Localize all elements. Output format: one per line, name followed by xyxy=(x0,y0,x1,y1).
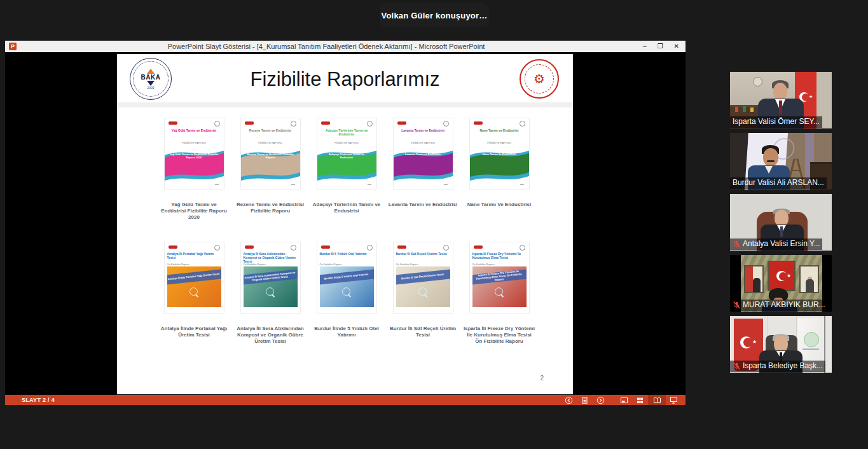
ministry-mini-logo xyxy=(474,121,483,125)
cover-photo-art: Antalya İli Sera Atıklarından Kompost ve… xyxy=(244,266,298,307)
report-cover: Burdur İli 5 Yıldızlı Otel Yatırımı Ön F… xyxy=(317,242,377,314)
report-item: Burdur İli 5 Yıldızlı Otel Yatırımı Ön F… xyxy=(308,242,385,345)
participant-video-isparta-belediye[interactable]: ★ Isparta Belediye Başk... xyxy=(730,316,832,373)
ministry-mini-logo xyxy=(245,245,254,249)
close-button[interactable]: ✕ xyxy=(674,41,679,52)
municipality-flag-text xyxy=(803,349,819,350)
flag-star-icon: ★ xyxy=(752,339,757,345)
emblem-mini-logo xyxy=(367,245,373,251)
cover-subtitle: Ön Fizibilite Raporu xyxy=(244,263,298,266)
ministry-mini-logo xyxy=(321,245,330,249)
magnifier-icon xyxy=(418,287,427,296)
municipality-emblem xyxy=(804,332,819,347)
participant-video-strip: ★ Isparta Valisi Ömer SEY... Burdur Vali… xyxy=(730,72,832,373)
slideshow-menu-button[interactable] xyxy=(577,395,593,405)
participant-video-burdur-valisi[interactable]: Burdur Valisi Ali ARSLAN... xyxy=(730,133,832,190)
slide-sorter-button[interactable] xyxy=(632,395,648,405)
report-caption: Isparta İli Freeze Dry Yöntemi İle Kurut… xyxy=(464,326,535,345)
shelf-object xyxy=(735,107,738,112)
participant-name-tag: Isparta Valisi Ömer SEY... xyxy=(730,116,822,128)
cover-title: Adaçayı Türlerinin Tarımı ve Endüstrisi xyxy=(320,128,374,136)
cover-banner: Burdur İlinde 5 Yıldızlı Otel Yatırımı xyxy=(320,269,374,285)
powerpoint-window: P PowerPoint Slayt Gösterisi - [4_Kurums… xyxy=(5,41,685,405)
person-face xyxy=(773,83,787,100)
report-cover: Nane Tarımı ve Endüstrisi FİZİBİLİTE RAP… xyxy=(469,118,530,190)
report-item: Rezene Tarımı ve Endüstrisi FİZİBİLİTE R… xyxy=(232,118,308,242)
slide[interactable]: BAKA 2009 Fizibilite Raporlarımız ⚙ Yağ … xyxy=(117,54,573,394)
view-switcher xyxy=(616,395,682,405)
participant-name-tag: Antalya Valisi Ersin Y... xyxy=(730,238,822,250)
cover-wave-text: Nane Tarımı Ve Endustirisi xyxy=(475,153,524,156)
cover-wave-art: Lavanta Tarımı ve Endüstrisi xyxy=(394,146,453,183)
person-tie xyxy=(779,100,782,114)
participant-name: MURAT AKBIYIK BUR... xyxy=(743,300,825,310)
cover-title: Yağ Gülü Tarımı ve Endüstrisi xyxy=(167,128,221,132)
window-controls: – ❐ ✕ xyxy=(643,41,679,52)
report-item: Antalya İli Portakal Yağı Üretim Tesisi … xyxy=(156,242,232,345)
speaking-banner: Volkan Güler konuşuyor… xyxy=(380,3,489,27)
participant-video-antalya-valisi[interactable]: Antalya Valisi Ersin Y... xyxy=(730,194,832,251)
cover-title: Isparta İli Freeze Dry Yöntemi İle Kurut… xyxy=(472,252,527,259)
cover-title: Burdur İli Süt Reçeli Üretim Tesisi xyxy=(396,252,450,256)
wall-clock xyxy=(753,77,762,86)
baka-logo: BAKA 2009 xyxy=(130,58,172,100)
report-item: Nane Tarımı ve Endüstrisi FİZİBİLİTE RAP… xyxy=(461,118,537,242)
emblem-mini-logo xyxy=(214,245,220,251)
speaking-banner-text: Volkan Güler konuşuyor… xyxy=(382,11,488,20)
reading-view-button[interactable] xyxy=(648,395,666,405)
report-caption: Burdur İli Süt Reçeli Üretim Tesisi xyxy=(387,326,458,338)
cover-title: Antalya İli Sera Atıklarından Kompost ve… xyxy=(244,252,298,263)
slideshow-view-button[interactable] xyxy=(666,395,682,405)
magnifier-icon xyxy=(495,287,503,296)
cover-logos xyxy=(397,121,449,126)
cover-footer-mark xyxy=(444,184,448,185)
muted-mic-icon xyxy=(733,301,741,309)
next-slide-button[interactable] xyxy=(593,395,609,405)
ministry-mini-logo xyxy=(397,121,406,125)
cover-banner: Antalya İlinde Portakal Yağı Üretim Tesi… xyxy=(167,269,221,285)
participant-name: Antalya Valisi Ersin Y... xyxy=(743,239,820,249)
participant-video-murat-akbiyik[interactable]: ★ MURAT AKBIYIK BUR... xyxy=(730,255,832,312)
ministry-mini-logo xyxy=(169,245,177,249)
cover-subtitle: FİZİBİLİTE RAPORU xyxy=(244,141,298,144)
prev-slide-button[interactable] xyxy=(561,395,577,405)
normal-view-button[interactable] xyxy=(616,395,632,405)
cover-banner-text: Burdur İli Süt Reçeli Üretim Tesisi xyxy=(399,273,446,281)
report-cover: Yağ Gülü Tarımı ve Endüstrisi FİZİBİLİTE… xyxy=(164,118,224,190)
cover-subtitle: Ön Fizibilite Raporu xyxy=(167,263,221,266)
magnifier-icon xyxy=(189,287,198,296)
report-caption: Adaçayı Türlerinin Tarımı ve Endustrisi xyxy=(311,202,382,214)
report-caption: Yağ Gülü Tarımı ve Endüstrisi Fizibilite… xyxy=(158,202,230,221)
ministry-mini-logo xyxy=(321,121,330,125)
cover-wave-art: Yağ Gülü Tarımı ve Endüstrisi Fizibilite… xyxy=(165,146,224,183)
magnifier-icon xyxy=(342,287,350,296)
ministry-gear-icon: ⚙ xyxy=(525,64,554,93)
participant-video-isparta-valisi[interactable]: ★ Isparta Valisi Ömer SEY... xyxy=(730,72,832,128)
slide-title: Fizibilite Raporlarımız xyxy=(181,68,509,91)
shelf-object xyxy=(743,106,746,112)
muted-mic-icon xyxy=(733,362,741,370)
flag-star-icon: ★ xyxy=(809,94,813,99)
person-mustache xyxy=(767,160,775,162)
powerpoint-app-icon: P xyxy=(9,43,17,50)
emblem-mini-logo xyxy=(291,121,296,127)
window-title: PowerPoint Slayt Gösterisi - [4_Kurumsal… xyxy=(24,41,628,52)
flag-star-icon: ★ xyxy=(787,273,791,279)
report-item: Isparta İli Freeze Dry Yöntemi İle Kurut… xyxy=(461,242,537,345)
desktop: { "icons": {"star": "★", "gear": "⚙"}, "… xyxy=(0,0,868,449)
cover-subtitle: FİZİBİLİTE RAPORU xyxy=(167,141,221,144)
report-item: Burdur İli Süt Reçeli Üretim Tesisi Ön F… xyxy=(385,242,461,345)
slide-counter: SLAYT 2 / 4 xyxy=(22,395,55,405)
ministry-mini-logo xyxy=(397,245,406,249)
cover-banner-text: Burdur İlinde 5 Yıldızlı Otel Yatırımı xyxy=(322,273,371,281)
report-caption: Nane Tarımı Ve Endustirisi xyxy=(467,202,531,208)
report-caption: Antalya İlinde Portakal Yağı Üretim Tesi… xyxy=(158,326,230,338)
report-item: Adaçayı Türlerinin Tarımı ve Endüstrisi … xyxy=(308,118,385,242)
report-item: Antalya İli Sera Atıklarından Kompost ve… xyxy=(232,242,308,345)
restore-button[interactable]: ❐ xyxy=(658,41,663,52)
ladder-shelf xyxy=(791,170,801,171)
cover-title: Antalya İli Portakal Yağı Üretim Tesisi xyxy=(167,252,221,259)
minimize-button[interactable]: – xyxy=(643,41,647,52)
window-titlebar[interactable]: P PowerPoint Slayt Gösterisi - [4_Kurums… xyxy=(5,41,685,52)
ministry-mini-logo xyxy=(169,121,177,125)
